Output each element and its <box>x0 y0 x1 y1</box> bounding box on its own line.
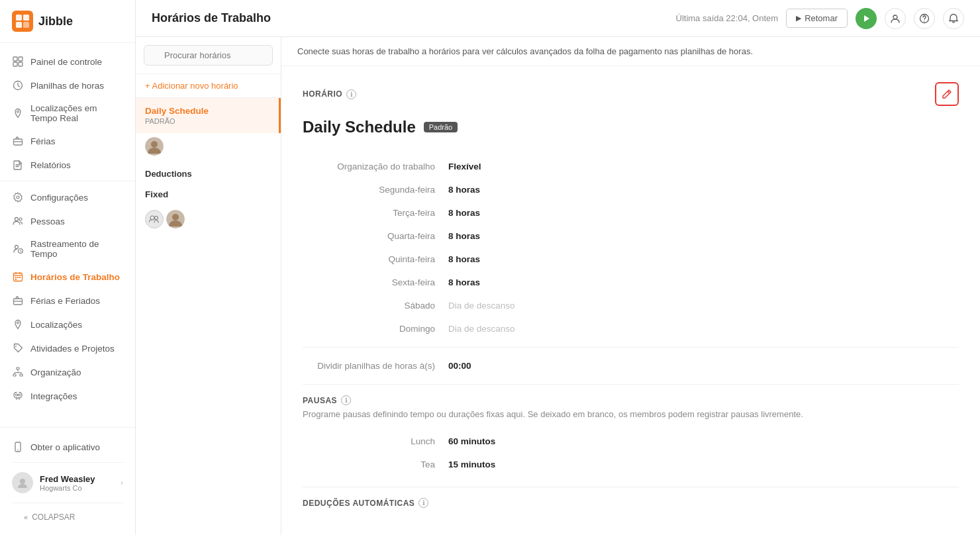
row-value: Flexível <box>448 162 481 171</box>
user-details: Fred Weasley Hogwarts Co <box>40 474 114 492</box>
sidebar-item-locations-rt[interactable]: Localizações em Tempo Real <box>0 97 135 129</box>
break-label: Lunch <box>303 436 448 446</box>
sidebar-item-reports[interactable]: Relatórios <box>0 153 135 177</box>
user-company: Hogwarts Co <box>40 484 114 492</box>
svg-rect-20 <box>15 279 17 280</box>
svg-point-13 <box>19 218 22 220</box>
sidebar-item-label: Atividades e Projetos <box>30 344 115 354</box>
svg-point-27 <box>16 394 18 396</box>
search-input[interactable] <box>144 45 273 66</box>
svg-rect-26 <box>20 374 23 376</box>
get-app-item[interactable]: Obter o aplicativo <box>12 436 123 458</box>
table-row: Domingo Dia de descanso <box>303 317 959 340</box>
edit-button[interactable] <box>935 82 959 106</box>
sidebar-item-label: Férias <box>30 136 56 146</box>
breaks-info-icon[interactable]: ℹ <box>341 395 351 405</box>
split-timesheets-row: Dividir planilhas de horas à(s) 00:00 <box>303 354 959 377</box>
svg-point-41 <box>172 214 179 220</box>
tag-icon <box>12 342 24 354</box>
schedule-members-fixed <box>136 207 281 236</box>
content-area: 🔍 + Adicionar novo horário Daily Schedul… <box>136 37 980 535</box>
app-logo-text: Jibble <box>38 15 73 28</box>
last-exit-label: Última saída 22:04, Ontem <box>676 13 779 23</box>
member-group-icon <box>145 210 164 228</box>
sidebar-item-label: Localizações <box>30 320 82 330</box>
get-app-label: Obter o aplicativo <box>30 442 100 452</box>
svg-rect-17 <box>15 277 17 278</box>
svg-point-22 <box>17 322 19 324</box>
auto-deductions-info-icon[interactable]: ℹ <box>418 498 428 508</box>
schedule-members <box>136 133 281 164</box>
svg-point-35 <box>924 21 924 21</box>
svg-point-23 <box>15 346 17 347</box>
split-label: Dividir planilhas de horas à(s) <box>303 361 448 371</box>
user-clock-icon <box>12 243 24 255</box>
sidebar-item-timesheets[interactable]: Planilhas de horas <box>0 73 135 97</box>
notifications-button[interactable] <box>943 8 964 29</box>
sidebar-item-label: Painel de controle <box>30 57 102 67</box>
schedule-badge: PADRÃO <box>145 117 270 125</box>
chevron-right-icon: › <box>121 478 123 487</box>
row-value: 8 horas <box>448 231 480 241</box>
svg-rect-5 <box>19 57 23 61</box>
sidebar-item-leaves[interactable]: Férias <box>0 129 135 153</box>
file-icon <box>12 159 24 171</box>
section-info-icon[interactable]: ℹ <box>346 89 356 99</box>
add-schedule-button[interactable]: + Adicionar novo horário <box>136 74 281 98</box>
main-content: Horários de Trabalho Última saída 22:04,… <box>136 0 980 535</box>
resume-button[interactable]: ▶ Retomar <box>786 9 848 28</box>
break-value: 60 minutos <box>448 436 495 446</box>
sidebar-item-integrations[interactable]: Integrações <box>0 384 135 408</box>
row-value: 8 horas <box>448 254 480 264</box>
row-value: 8 horas <box>448 185 480 195</box>
users-icon <box>12 215 24 227</box>
row-label: Terça-feira <box>303 208 448 218</box>
svg-rect-0 <box>16 15 22 21</box>
sidebar-item-dashboard[interactable]: Painel de controle <box>0 50 135 73</box>
sidebar-item-label: Rastreamento de Tempo <box>30 239 123 259</box>
start-timer-button[interactable] <box>856 8 877 29</box>
svg-rect-24 <box>17 367 19 369</box>
sidebar-item-work-schedules[interactable]: Horários de Trabalho <box>0 265 135 289</box>
svg-point-37 <box>151 141 158 148</box>
info-banner: Conecte suas horas de trabalho a horário… <box>281 37 980 66</box>
table-row: Quinta-feira 8 horas <box>303 248 959 271</box>
sidebar-item-leaves-holidays[interactable]: Férias e Feriados <box>0 289 135 313</box>
sidebar-item-time-tracking[interactable]: Rastreamento de Tempo <box>0 233 135 265</box>
integrations-icon <box>12 390 24 402</box>
play-triangle-icon: ▶ <box>796 14 801 23</box>
collapse-label: COLAPSAR <box>32 512 75 522</box>
svg-point-38 <box>150 216 154 220</box>
svg-rect-1 <box>23 15 29 21</box>
table-row: Sábado Dia de descanso <box>303 294 959 317</box>
clock-icon <box>12 79 24 91</box>
schedule-name: Daily Schedule <box>145 106 270 116</box>
breaks-row-tea: Tea 15 minutos <box>303 453 959 476</box>
row-value: Dia de descanso <box>448 301 515 311</box>
schedule-item-fixed[interactable]: Fixed <box>136 181 281 207</box>
sidebar-item-settings[interactable]: Configurações <box>0 185 135 209</box>
user-profile[interactable]: Fred Weasley Hogwarts Co › <box>12 467 123 499</box>
help-button[interactable] <box>914 8 935 29</box>
svg-point-28 <box>19 394 21 396</box>
sidebar-item-organization[interactable]: Organização <box>0 360 135 384</box>
row-value: 8 horas <box>448 277 480 287</box>
sidebar-item-activities[interactable]: Atividades e Projetos <box>0 336 135 360</box>
sidebar-item-locations2[interactable]: Localizações <box>0 313 135 336</box>
resume-label: Retomar <box>805 13 838 23</box>
calendar-icon <box>12 271 24 283</box>
svg-rect-3 <box>23 22 29 28</box>
row-value: 8 horas <box>448 208 480 218</box>
sidebar-item-people[interactable]: Pessoas <box>0 209 135 233</box>
svg-point-9 <box>17 111 19 113</box>
add-schedule-label: + Adicionar novo horário <box>145 81 238 91</box>
svg-rect-18 <box>17 277 19 278</box>
user-profile-button[interactable] <box>885 8 906 29</box>
search-bar: 🔍 <box>136 37 281 74</box>
svg-point-39 <box>155 217 158 220</box>
schedule-item-daily[interactable]: Daily Schedule PADRÃO <box>136 98 281 133</box>
collapse-button[interactable]: « COLAPSAR <box>12 507 123 527</box>
row-label: Sábado <box>303 301 448 311</box>
table-row: Terça-feira 8 horas <box>303 201 959 224</box>
row-label: Segunda-feira <box>303 185 448 195</box>
